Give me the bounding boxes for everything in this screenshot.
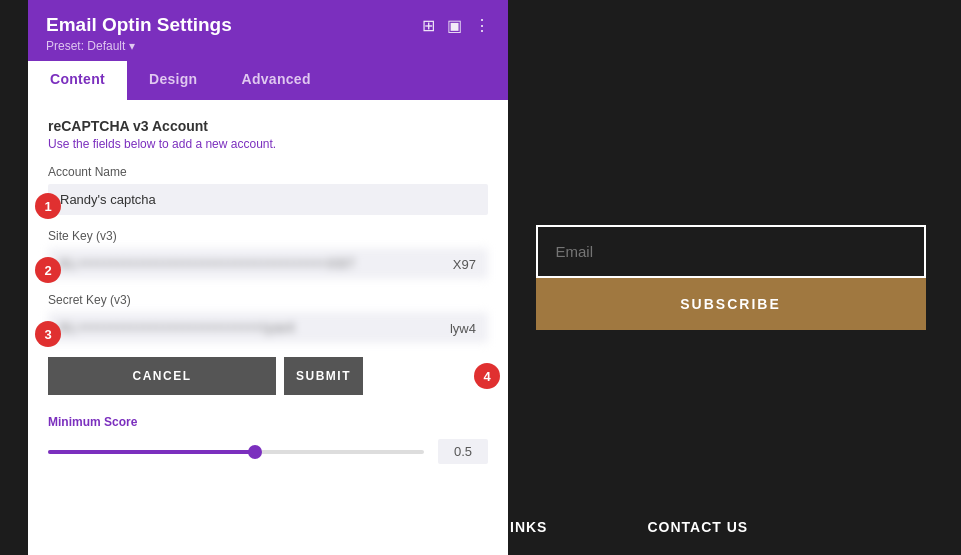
slider-fill	[48, 450, 255, 454]
secret-key-suffix: lyw4	[450, 320, 476, 335]
slider-track[interactable]	[48, 450, 424, 454]
field-label-secret-key: Secret Key (v3)	[48, 293, 488, 307]
slider-row	[48, 439, 488, 464]
modal-header: Email Optin Settings ⊞ ▣ ⋮ Preset: Defau…	[28, 0, 508, 61]
step-badge-1: 1	[35, 193, 61, 219]
tab-content[interactable]: Content	[28, 61, 127, 100]
account-name-input[interactable]	[48, 184, 488, 215]
field-secret-key-group: 3 Secret Key (v3) lyw4	[48, 293, 488, 343]
tab-design[interactable]: Design	[127, 61, 219, 100]
slider-thumb[interactable]	[248, 445, 262, 459]
field-site-key-group: 2 Site Key (v3) X97	[48, 229, 488, 279]
section-title: reCAPTCHA v3 Account	[48, 118, 488, 134]
email-input-wrapper	[536, 225, 926, 278]
field-label-site-key: Site Key (v3)	[48, 229, 488, 243]
secret-key-field-wrapper: lyw4	[48, 312, 488, 343]
email-input[interactable]	[536, 225, 926, 278]
min-score-label: Minimum Score	[48, 415, 488, 429]
site-key-suffix: X97	[453, 256, 476, 271]
action-buttons: CANCEL SUBMIT 4	[48, 357, 488, 395]
step-badge-4: 4	[474, 363, 500, 389]
more-icon[interactable]: ⋮	[474, 16, 490, 35]
section-desc: Use the fields below to add a new accoun…	[48, 137, 488, 151]
panel-icon[interactable]: ▣	[447, 16, 462, 35]
submit-button[interactable]: SUBMIT	[284, 357, 363, 395]
modal-body: reCAPTCHA v3 Account Use the fields belo…	[28, 100, 508, 555]
modal-preset[interactable]: Preset: Default ▾	[46, 39, 490, 53]
slider-value-input[interactable]	[438, 439, 488, 464]
step-badge-2: 2	[35, 257, 61, 283]
secret-key-input[interactable]	[48, 312, 488, 343]
field-label-account-name: Account Name	[48, 165, 488, 179]
expand-icon[interactable]: ⊞	[422, 16, 435, 35]
modal-panel: Email Optin Settings ⊞ ▣ ⋮ Preset: Defau…	[28, 0, 508, 555]
tab-advanced[interactable]: Advanced	[219, 61, 332, 100]
links-label: INKS	[510, 519, 547, 535]
site-key-field-wrapper: X97	[48, 248, 488, 279]
subscribe-button[interactable]: SUBSCRIBE	[536, 278, 926, 330]
submit-wrapper: SUBMIT 4	[284, 357, 488, 395]
field-account-name-group: 1 Account Name	[48, 165, 488, 215]
modal-title: Email Optin Settings	[46, 14, 232, 36]
modal-title-row: Email Optin Settings ⊞ ▣ ⋮	[46, 14, 490, 36]
site-key-input[interactable]	[48, 248, 488, 279]
bottom-links: INKS CONTACT US	[510, 519, 748, 535]
right-panel: SUBSCRIBE	[500, 0, 961, 555]
modal-tabs: Content Design Advanced	[28, 61, 508, 100]
modal-icons: ⊞ ▣ ⋮	[422, 16, 490, 35]
contact-us-label: CONTACT US	[647, 519, 748, 535]
cancel-button[interactable]: CANCEL	[48, 357, 276, 395]
step-badge-3: 3	[35, 321, 61, 347]
